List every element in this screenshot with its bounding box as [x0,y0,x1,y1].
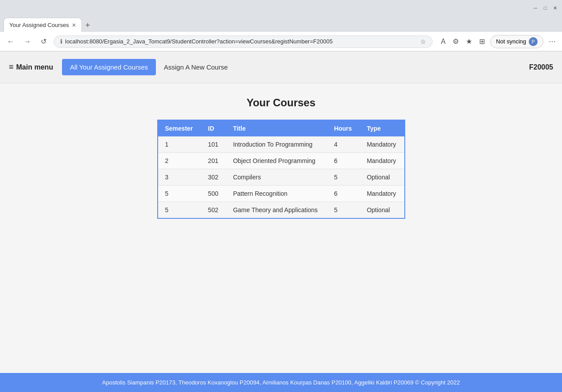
title-bar: ─ □ ✕ [0,0,562,16]
reload-button[interactable]: ↺ [38,36,49,47]
minimize-button[interactable]: ─ [532,4,539,12]
cell-id: 502 [201,202,226,219]
cell-hours: 6 [327,153,360,169]
extensions-icon[interactable]: ⚙ [451,35,461,47]
window-controls: ─ □ ✕ [532,4,558,12]
col-hours: Hours [327,120,360,136]
footer: Apostolis Siampanis P20173, Theodoros Ko… [0,373,562,392]
back-button[interactable]: ← [4,37,17,47]
col-semester: Semester [158,120,201,136]
cell-semester: 5 [158,186,201,202]
forward-button[interactable]: → [21,37,34,47]
table-row: 3 302 Compilers 5 Optional [158,169,405,186]
active-tab[interactable]: Your Assigned Courses ✕ [4,18,82,32]
courses-table: Semester ID Title Hours Type 1 101 Intro… [157,120,405,219]
cell-title[interactable]: Introduction To Programming [226,136,327,153]
tab-close-icon[interactable]: ✕ [72,22,76,28]
table-row: 5 502 Game Theory and Applications 5 Opt… [158,202,405,219]
student-id: F20005 [529,63,553,71]
page-title: Your Courses [247,97,316,109]
read-mode-icon[interactable]: A [439,36,447,47]
main-menu-label: Main menu [16,63,54,71]
new-tab-button[interactable]: + [84,19,92,32]
not-syncing-label: Not syncing [496,38,526,45]
cell-semester: 1 [158,136,201,153]
table-header-row: Semester ID Title Hours Type [158,120,405,136]
cell-id: 201 [201,153,226,169]
cell-id: 302 [201,169,226,186]
lock-icon: ℹ [60,38,62,45]
col-id: ID [201,120,226,136]
main-content: Your Courses Semester ID Title Hours Typ… [0,83,562,232]
col-title: Title [226,120,327,136]
cell-title[interactable]: Game Theory and Applications [226,202,327,219]
cell-id: 101 [201,136,226,153]
profile-button[interactable]: Not syncing P [490,35,543,48]
tab-title: Your Assigned Courses [9,22,69,28]
cell-semester: 3 [158,169,201,186]
maximize-button[interactable]: □ [542,4,549,12]
bookmark-star-icon[interactable]: ☆ [420,38,426,45]
more-options-icon[interactable]: ⋯ [547,35,558,47]
cell-title[interactable]: Compilers [226,169,327,186]
hamburger-icon: ≡ [9,62,14,72]
cell-type: Optional [360,169,404,186]
page-wrapper: ≡ Main menu All Your Assigned Courses As… [0,51,562,392]
cell-type: Mandatory [360,136,404,153]
cell-type: Mandatory [360,153,404,169]
browser-icons: A ⚙ ★ ⊞ Not syncing P ⋯ [439,35,558,48]
cell-hours: 6 [327,186,360,202]
favorites-icon[interactable]: ★ [464,35,474,47]
table-row: 5 500 Pattern Recognition 6 Mandatory [158,186,405,202]
url-bar[interactable]: ℹ localhost:8080/Ergasia_2_Java_Tomcat9/… [54,35,433,48]
cell-id: 500 [201,186,226,202]
cell-hours: 5 [327,169,360,186]
cell-title[interactable]: Pattern Recognition [226,186,327,202]
navbar: ≡ Main menu All Your Assigned Courses As… [0,51,562,83]
cell-hours: 5 [327,202,360,219]
profile-avatar: P [529,37,538,46]
table-row: 1 101 Introduction To Programming 4 Mand… [158,136,405,153]
all-assigned-courses-button[interactable]: All Your Assigned Courses [62,59,156,75]
main-menu[interactable]: ≡ Main menu [9,62,53,72]
col-type: Type [360,120,404,136]
cell-hours: 4 [327,136,360,153]
tab-bar: Your Assigned Courses ✕ + [0,16,562,32]
url-text: localhost:8080/Ergasia_2_Java_Tomcat9/St… [65,38,418,45]
cell-type: Optional [360,202,404,219]
cell-title[interactable]: Object Oriented Programming [226,153,327,169]
table-row: 2 201 Object Oriented Programming 6 Mand… [158,153,405,169]
cell-type: Mandatory [360,186,404,202]
assign-new-course-button[interactable]: Assign A New Course [156,59,236,75]
cell-semester: 5 [158,202,201,219]
address-bar: ← → ↺ ℹ localhost:8080/Ergasia_2_Java_To… [0,32,562,51]
cell-semester: 2 [158,153,201,169]
close-button[interactable]: ✕ [551,4,558,12]
footer-text: Apostolis Siampanis P20173, Theodoros Ko… [102,379,460,386]
collections-icon[interactable]: ⊞ [477,35,487,47]
